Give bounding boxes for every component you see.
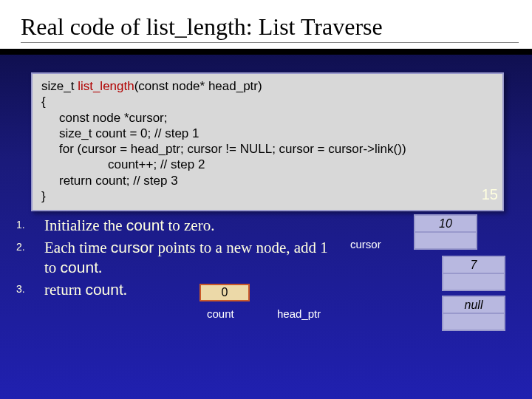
list-text: Each time cursor points to a new node, a… [44, 238, 334, 277]
node-link [442, 313, 505, 331]
count-label: count [207, 307, 234, 320]
title-divider [0, 49, 532, 55]
list-item: 1. Initialize the count to zero. [16, 216, 334, 235]
slide-body: size_t list_length(const node* head_ptr)… [0, 55, 532, 396]
node-link [442, 273, 505, 291]
node-value: 7 [442, 256, 505, 273]
page-number: 15 [482, 186, 498, 203]
list-item: 3. return count. [16, 280, 334, 299]
linked-list-node: 7 [442, 256, 505, 291]
node-link [414, 232, 477, 250]
list-number: 2. [16, 238, 44, 277]
code-box: size_t list_length(const node* head_ptr)… [31, 72, 504, 211]
list-number: 1. [16, 216, 44, 235]
code-brace-close: } [41, 188, 494, 204]
steps-list: 1. Initialize the count to zero. 2. Each… [16, 216, 334, 302]
title-area: Real code of list_length: List Traverse [0, 0, 532, 49]
linked-list-node: null [442, 296, 505, 331]
slide-title: Real code of list_length: List Traverse [21, 13, 519, 43]
code-signature: size_t list_length(const node* head_ptr) [41, 78, 494, 94]
code-line: const node *cursor; [41, 110, 494, 126]
code-line: size_t count = 0; // step 1 [41, 126, 494, 141]
code-brace-open: { [41, 94, 494, 109]
list-text: Initialize the count to zero. [44, 216, 334, 235]
code-line: count++; // step 2 [41, 157, 494, 172]
cursor-label: cursor [350, 238, 381, 250]
code-line: return count; // step 3 [41, 173, 494, 188]
headptr-label: head_ptr [277, 307, 321, 320]
node-value: 10 [414, 214, 477, 232]
list-number: 3. [16, 280, 44, 299]
list-item: 2. Each time cursor points to a new node… [16, 238, 334, 277]
node-value: null [442, 296, 505, 313]
count-box: 0 [200, 284, 250, 301]
code-line: for (cursor = head_ptr; cursor != NULL; … [41, 141, 494, 157]
linked-list-node: 10 [414, 214, 477, 250]
code-fn-name: list_length [78, 79, 134, 93]
list-text: return count. [44, 280, 334, 299]
